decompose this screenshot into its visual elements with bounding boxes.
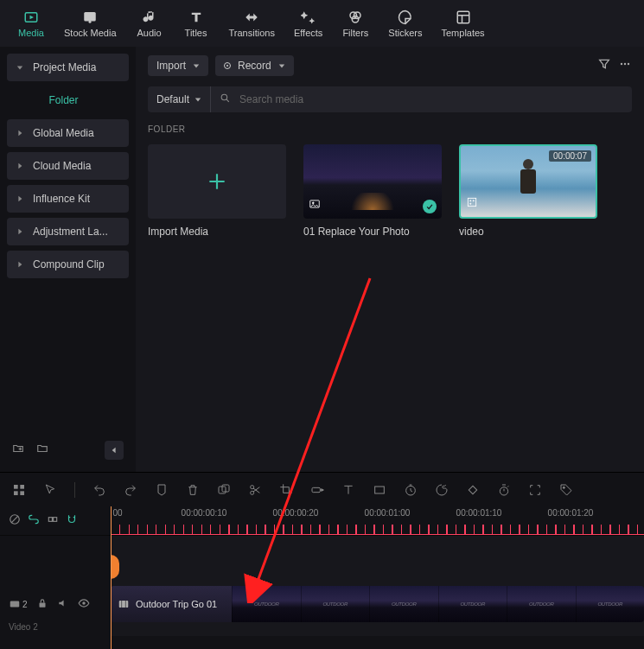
sidebar-compound-clip[interactable]: Compound Clip xyxy=(7,251,129,278)
plus-icon xyxy=(206,170,228,193)
track-header-1[interactable]: 2 xyxy=(0,586,111,622)
svg-point-23 xyxy=(628,63,629,65)
nav-titles[interactable]: Titles xyxy=(174,5,219,41)
transitions-icon xyxy=(244,9,259,26)
undo-icon[interactable] xyxy=(89,480,110,500)
ruler-tick-3: 00:00:01:00 xyxy=(365,508,411,518)
image-icon xyxy=(309,198,321,213)
ruler-tick-1: 00:00:00:10 xyxy=(182,508,227,518)
clip-header: Outdoor Trip Go 01 xyxy=(111,586,232,622)
svg-rect-38 xyxy=(20,491,24,495)
svg-rect-36 xyxy=(20,485,24,489)
svg-point-25 xyxy=(221,94,227,100)
tile-video-label: video xyxy=(459,226,597,238)
ruler-tick-2: 00:00:00:20 xyxy=(273,508,319,518)
svg-line-26 xyxy=(226,99,229,102)
record-button[interactable]: Record xyxy=(215,55,294,76)
marker-icon[interactable] xyxy=(151,480,172,500)
split-icon[interactable] xyxy=(245,480,265,500)
search-input[interactable] xyxy=(239,93,632,105)
svg-rect-31 xyxy=(468,198,475,206)
check-badge-icon xyxy=(423,200,437,213)
new-folder-icon[interactable] xyxy=(12,442,24,458)
track-visibility-icon[interactable] xyxy=(78,597,90,611)
caret-right-icon xyxy=(16,194,24,203)
focus-icon[interactable] xyxy=(525,480,545,500)
track-mute-icon[interactable] xyxy=(57,597,69,611)
sidebar-influence-kit[interactable]: Influence Kit xyxy=(7,185,129,213)
folder-icon[interactable] xyxy=(36,442,48,458)
track-header-2[interactable]: Video 2 xyxy=(0,622,111,636)
ruler-tick-4: 00:00:01:10 xyxy=(456,508,502,518)
clip-frame: OUTDOOR xyxy=(369,586,438,622)
svg-rect-35 xyxy=(14,485,18,489)
tag-icon[interactable] xyxy=(556,480,577,500)
timeline-ruler[interactable]: 00 00:00:00:10 00:00:00:20 00:00:01:00 0… xyxy=(111,506,644,535)
svg-point-55 xyxy=(82,601,86,605)
more-icon[interactable] xyxy=(618,57,632,74)
cursor-icon[interactable] xyxy=(40,480,61,500)
group-icon[interactable] xyxy=(214,480,234,500)
track-lock-icon[interactable] xyxy=(36,597,48,611)
caret-down-icon xyxy=(16,63,24,72)
nav-effects[interactable]: Effects xyxy=(285,5,331,41)
magnet-icon[interactable] xyxy=(66,513,78,529)
filter-icon[interactable] xyxy=(597,57,611,74)
import-button[interactable]: Import xyxy=(148,55,208,76)
svg-rect-44 xyxy=(375,487,385,493)
clip-frame: OUTDOOR xyxy=(507,586,576,622)
nav-templates-label: Templates xyxy=(441,28,484,38)
timeline-tracks[interactable]: Outdoor Trip Go 01 OUTDOOR OUTDOOR OUTDO… xyxy=(111,536,644,636)
clip-handle[interactable] xyxy=(111,555,119,579)
timer-icon[interactable] xyxy=(400,480,421,500)
collapse-sidebar-button[interactable] xyxy=(105,441,124,460)
sidebar-folder[interactable]: Folder xyxy=(7,86,129,114)
nav-transitions[interactable]: Transitions xyxy=(220,5,284,41)
grid-icon[interactable] xyxy=(9,480,29,500)
sidebar-compound-label: Compound Clip xyxy=(33,258,105,270)
svg-point-47 xyxy=(500,487,507,494)
timeline-clip[interactable]: Outdoor Trip Go 01 OUTDOOR OUTDOOR OUTDO… xyxy=(111,586,644,622)
tile-import: Import Media xyxy=(148,144,286,238)
media-item-replace[interactable] xyxy=(303,144,442,219)
text-icon[interactable] xyxy=(338,480,359,500)
svg-marker-14 xyxy=(18,229,22,234)
nav-templates[interactable]: Templates xyxy=(432,5,493,41)
delete-icon[interactable] xyxy=(182,480,203,500)
svg-marker-1 xyxy=(30,16,35,20)
crop-icon[interactable] xyxy=(276,480,296,500)
nav-audio[interactable]: Audio xyxy=(127,5,172,41)
sidebar-adjustment-layer[interactable]: Adjustment La... xyxy=(7,218,129,245)
speed-icon[interactable] xyxy=(307,480,328,500)
sidebar-folder-label: Folder xyxy=(48,94,78,106)
lock-icon[interactable] xyxy=(9,513,21,529)
playhead[interactable] xyxy=(111,506,112,649)
keyframe-icon[interactable] xyxy=(462,480,483,500)
sidebar-influence-kit-label: Influence Kit xyxy=(33,193,90,205)
nav-filters[interactable]: Filters xyxy=(333,5,378,41)
clip-frames: OUTDOOR OUTDOOR OUTDOOR OUTDOOR OUTDOOR … xyxy=(232,586,644,622)
caret-right-icon xyxy=(16,162,24,170)
sidebar-global-media[interactable]: Global Media xyxy=(7,119,129,147)
sidebar-cloud-media[interactable]: Cloud Media xyxy=(7,152,129,180)
svg-line-50 xyxy=(11,515,18,522)
nav-stickers[interactable]: Stickers xyxy=(379,5,430,41)
ruler-tick-0: 00 xyxy=(112,508,122,518)
stopwatch-icon[interactable] xyxy=(494,480,514,500)
link-icon[interactable] xyxy=(28,513,40,529)
audio-icon xyxy=(142,9,157,26)
media-item-video[interactable]: 00:00:07 xyxy=(459,144,597,219)
sidebar-project-media[interactable]: Project Media xyxy=(7,54,129,81)
snap-icon[interactable] xyxy=(47,513,59,529)
color-icon[interactable] xyxy=(431,480,452,500)
redo-icon[interactable] xyxy=(120,480,141,500)
preset-icon xyxy=(466,196,478,212)
nav-media[interactable]: Media xyxy=(9,5,54,41)
tile-video: 00:00:07 video xyxy=(459,144,597,238)
svg-marker-18 xyxy=(112,448,116,453)
timeline-body: 2 Video 2 Outdoor Trip Go 01 OUTDOOR OUT… xyxy=(0,536,644,636)
import-media-button[interactable] xyxy=(148,144,286,219)
nav-stock-media[interactable]: Stock Media xyxy=(55,5,125,41)
aspect-icon[interactable] xyxy=(369,480,390,500)
search-scope-dropdown[interactable]: Default xyxy=(148,86,211,112)
